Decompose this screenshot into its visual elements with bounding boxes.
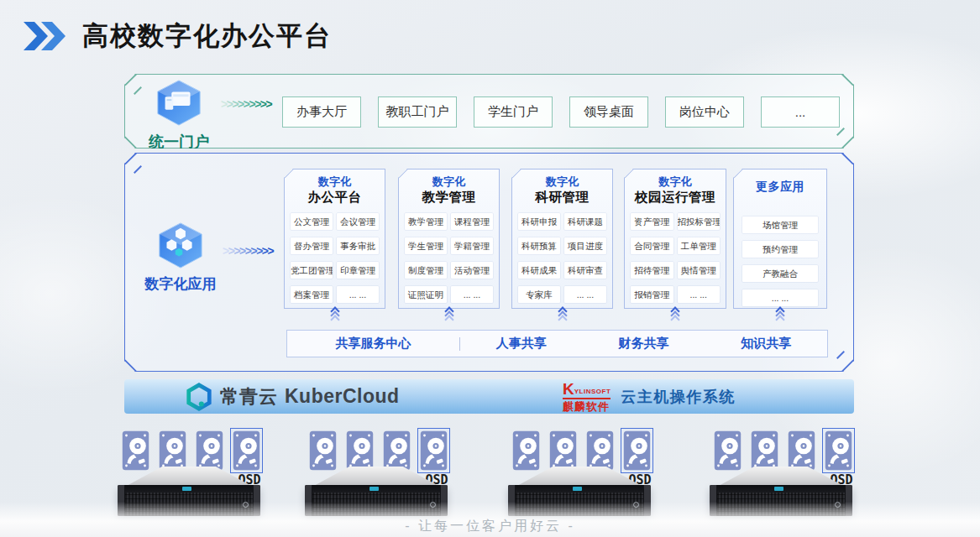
kylin-logo-initial: K — [563, 381, 574, 397]
corner-slash — [836, 128, 845, 136]
app-item: 场馆管理 — [742, 216, 818, 233]
shared-item-service-center: 共享服务中心 — [287, 336, 459, 352]
server-bezel — [312, 485, 440, 493]
shared-item-knowledge: 知识共享 — [705, 336, 827, 352]
column-items: 资产管理 招投标管理 合同管理 工单管理 招待管理 舆情管理 报销管理 ... … — [625, 206, 726, 303]
column-header-main: 办公平台 — [285, 189, 385, 205]
server-bezel — [717, 485, 845, 493]
corner-accent — [841, 153, 854, 165]
kylin-logo-top: K YLINSOFT — [563, 381, 611, 399]
disk-row — [512, 430, 657, 471]
up-chevrons-icon — [774, 310, 786, 323]
portal-button-service-hall: 办事大厅 — [282, 96, 361, 128]
kylin-brand: K YLINSOFT 麒麟软件 云主机操作系统 — [563, 379, 736, 414]
app-item: 档案管理 — [291, 286, 333, 303]
corner-accent — [841, 360, 854, 373]
corner-accent — [124, 153, 137, 165]
portal-button-staff-portal: 教职工门户 — [378, 96, 457, 128]
hdd-osd-icon — [420, 430, 448, 471]
brand-name-en: KuberCloud — [285, 385, 400, 408]
disk-row — [714, 430, 858, 471]
apps-brand: 数字化应用 — [135, 222, 226, 294]
server-logo — [774, 487, 783, 491]
app-item: ... ... — [564, 286, 606, 303]
portal-cube-icon — [155, 80, 203, 127]
app-column-more: 更多应用 场馆管理 预约管理 产教融合 ... ... — [733, 169, 827, 309]
column-header-main: 更多应用 — [734, 180, 826, 195]
portal-button-post-center: 岗位中心 — [665, 96, 744, 128]
app-item: 学籍管理 — [451, 237, 493, 254]
brand-name-cn: 常青云 — [220, 384, 278, 409]
app-column-campus-ops: 数字化 校园运行管理 资产管理 招投标管理 合同管理 工单管理 招待管理 舆情管… — [624, 169, 726, 309]
app-item: 舆情管理 — [678, 262, 721, 279]
shared-item-finance: 财务共享 — [583, 336, 705, 352]
hdd-icon — [159, 430, 186, 471]
column-header: 数字化 校园运行管理 — [625, 169, 726, 206]
app-item: 教学管理 — [405, 213, 447, 230]
app-item: 学生管理 — [405, 237, 447, 254]
app-item: 制度管理 — [405, 262, 447, 279]
footer-note: - 让每一位客户用好云 - — [0, 518, 980, 535]
server-logo — [182, 487, 191, 491]
app-item: 合同管理 — [631, 237, 673, 254]
hdd-icon — [549, 430, 577, 471]
app-item: 科研审查 — [564, 262, 606, 279]
column-items: 科研申报 科研课题 科研预算 项目进度 科研成果 科研审查 专家库 ... ..… — [512, 206, 612, 303]
app-item: ... ... — [451, 286, 493, 303]
up-chevrons-icon — [669, 310, 681, 323]
app-item: 公文管理 — [291, 213, 333, 230]
hdd-icon — [383, 430, 411, 471]
app-item: 项目进度 — [564, 237, 606, 254]
shared-item-hr: 人事共享 — [460, 336, 583, 352]
column-header: 数字化 办公平台 — [285, 169, 385, 206]
hdd-icon — [512, 430, 540, 471]
app-item: 工单管理 — [678, 237, 721, 254]
title-row: 高校数字化办公平台 — [24, 18, 332, 54]
hdd-osd-icon — [623, 430, 651, 471]
portal-button-leader-desktop: 领导桌面 — [569, 96, 648, 128]
hdd-osd-icon — [825, 430, 852, 471]
server-lid — [125, 467, 253, 487]
app-item: 产教融合 — [742, 265, 818, 282]
server-logo — [573, 487, 582, 491]
server-bezel — [516, 485, 643, 493]
corner-slash — [134, 165, 142, 174]
app-column-research: 数字化 科研管理 科研申报 科研课题 科研预算 项目进度 科研成果 科研审查 专… — [511, 169, 613, 309]
app-column-office: 数字化 办公平台 公文管理 会议管理 督办管理 事务审批 党工团管理 印章管理 … — [284, 169, 385, 309]
app-item: 科研成果 — [518, 262, 560, 279]
corner-accent — [841, 137, 854, 149]
slide: 高校数字化办公平台 统一门户 >>>>>>>>> — [0, 0, 980, 537]
corner-accent — [124, 360, 137, 373]
page-title: 高校数字化办公平台 — [82, 18, 332, 54]
column-header: 更多应用 — [734, 169, 826, 195]
kylin-logo-rest: YLINSOFT — [574, 388, 611, 395]
app-item: 科研申报 — [518, 213, 560, 230]
app-item: 印章管理 — [337, 262, 379, 279]
apps-cube-icon — [155, 222, 206, 269]
hdd-icon — [122, 430, 149, 471]
app-item: 招投标管理 — [678, 213, 721, 230]
app-item: 事务审批 — [337, 237, 379, 254]
column-header-top: 数字化 — [512, 175, 612, 189]
server-bezel — [125, 485, 253, 493]
column-header-top: 数字化 — [285, 175, 385, 189]
app-item: 科研预算 — [518, 237, 560, 254]
app-item: 督办管理 — [291, 237, 333, 254]
app-item: 招待管理 — [631, 262, 673, 279]
hdd-icon — [586, 430, 614, 471]
app-item: ... ... — [742, 289, 818, 306]
column-header: 数字化 科研管理 — [512, 169, 612, 206]
portal-buttons: 办事大厅 教职工门户 学生门户 领导桌面 岗位中心 ... — [282, 96, 840, 128]
hdd-osd-icon — [233, 430, 260, 471]
hdd-icon — [309, 430, 337, 471]
flow-chevrons-icon: >>>>>>>>> — [221, 97, 271, 111]
app-item: ... ... — [678, 286, 721, 303]
disk-row — [122, 430, 266, 471]
kylin-logo: K YLINSOFT 麒麟软件 — [563, 381, 611, 412]
column-header-main: 科研管理 — [512, 189, 612, 205]
kubercloud-logo-icon — [185, 383, 213, 411]
column-items: 教学管理 课程管理 学生管理 学籍管理 制度管理 活动管理 证照证明 ... .… — [399, 206, 499, 303]
app-item: 会议管理 — [337, 213, 379, 230]
app-column-teaching: 数字化 教学管理 教学管理 课程管理 学生管理 学籍管理 制度管理 活动管理 证… — [398, 169, 500, 309]
column-header-top: 数字化 — [399, 175, 499, 189]
